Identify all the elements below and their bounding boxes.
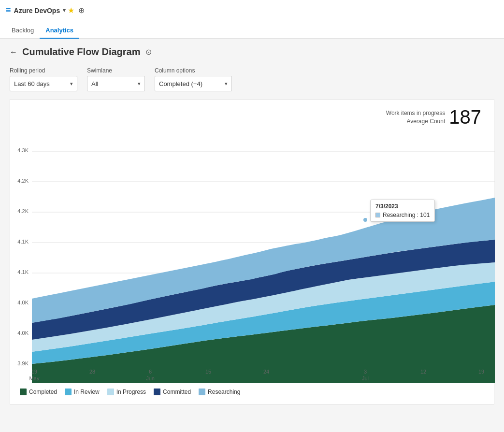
chevron-down-icon: ▾ (70, 81, 73, 87)
swimlane-select[interactable]: All ▾ (87, 76, 145, 91)
svg-text:4.1K: 4.1K (17, 239, 29, 245)
svg-text:19: 19 (478, 369, 484, 374)
column-options-select[interactable]: Completed (+4) ▾ (155, 76, 232, 91)
swimlane-label: Swimlane (87, 67, 145, 74)
swimlane-filter: Swimlane All ▾ (87, 67, 145, 91)
svg-text:Jun: Jun (146, 375, 155, 381)
legend-color-in-review (65, 389, 72, 395)
rolling-period-filter: Rolling period Last 60 days ▾ (10, 67, 77, 91)
page-title: Cumulative Flow Diagram (22, 46, 141, 58)
legend-label-in-review: In Review (74, 389, 100, 395)
legend-label-researching: Researching (208, 389, 240, 395)
svg-text:6: 6 (149, 369, 152, 374)
rolling-period-label: Rolling period (10, 67, 77, 74)
chevron-down-icon[interactable]: ▾ (63, 7, 66, 14)
header-icons: ★ ⊕ (68, 6, 85, 15)
help-icon[interactable]: ⊙ (145, 47, 152, 57)
svg-text:May: May (29, 375, 40, 381)
legend-label-committed: Committed (163, 389, 191, 395)
legend-item-in-review: In Review (65, 389, 100, 395)
svg-text:3.9K: 3.9K (17, 360, 29, 366)
svg-text:3: 3 (364, 369, 367, 374)
nav-tabs: Backlog Analytics (0, 21, 504, 39)
svg-text:4.0K: 4.0K (17, 330, 29, 336)
page-content: ← Cumulative Flow Diagram ⊙ Rolling peri… (0, 39, 504, 432)
app-logo: ≡ Azure DevOps ▾ (6, 5, 66, 15)
column-options-value: Completed (+4) (159, 80, 202, 87)
chart-container: Work items in progress Average Count 187… (10, 99, 494, 404)
legend-item-completed: Completed (20, 389, 57, 395)
chevron-down-icon: ▾ (225, 81, 228, 87)
svg-text:4.3K: 4.3K (17, 147, 29, 153)
app-header: ≡ Azure DevOps ▾ ★ ⊕ (0, 0, 504, 21)
tooltip-dot (363, 217, 368, 222)
star-icon[interactable]: ★ (68, 6, 74, 15)
legend-label-in-progress: In Progress (116, 389, 146, 395)
stat-number: 187 (449, 106, 481, 128)
legend-color-in-progress (107, 389, 114, 395)
legend-item-researching: Researching (199, 389, 240, 395)
svg-text:4.0K: 4.0K (17, 300, 29, 305)
column-options-filter: Column options Completed (+4) ▾ (155, 67, 232, 91)
legend-color-researching (199, 389, 205, 395)
svg-text:4.2K: 4.2K (17, 178, 29, 184)
svg-text:28: 28 (89, 369, 95, 374)
filters-row: Rolling period Last 60 days ▾ Swimlane A… (10, 67, 494, 91)
stat-area: Work items in progress Average Count 187 (10, 104, 489, 132)
legend-label-completed: Completed (29, 389, 57, 395)
tab-analytics[interactable]: Analytics (40, 23, 79, 39)
svg-text:24: 24 (263, 369, 269, 374)
chart-svg-wrapper: 4.3K 4.2K 4.2K 4.1K 4.1K 4.0K 4.0K 3.9K (10, 132, 489, 385)
back-button[interactable]: ← (10, 48, 17, 57)
person-icon[interactable]: ⊕ (78, 6, 85, 15)
svg-text:15: 15 (205, 369, 211, 374)
legend-color-completed (20, 389, 27, 395)
rolling-period-select[interactable]: Last 60 days ▾ (10, 76, 77, 91)
tab-backlog[interactable]: Backlog (6, 23, 40, 39)
cumulative-flow-chart: 4.3K 4.2K 4.2K 4.1K 4.1K 4.0K 4.0K 3.9K (10, 132, 495, 383)
page-header: ← Cumulative Flow Diagram ⊙ (10, 46, 494, 58)
stat-label: Work items in progress Average Count (386, 109, 445, 126)
app-title: Azure DevOps (14, 7, 60, 14)
legend-item-in-progress: In Progress (107, 389, 146, 395)
legend-color-committed (154, 389, 160, 395)
chevron-down-icon: ▾ (138, 81, 141, 87)
legend-item-committed: Committed (154, 389, 191, 395)
svg-text:4.1K: 4.1K (17, 269, 29, 275)
swimlane-value: All (91, 80, 98, 87)
column-options-label: Column options (155, 67, 232, 74)
rolling-period-value: Last 60 days (14, 80, 50, 87)
chart-legend: Completed In Review In Progress Committe… (10, 385, 489, 399)
svg-text:19: 19 (31, 369, 37, 374)
logo-icon: ≡ (6, 5, 11, 15)
svg-text:4.2K: 4.2K (17, 208, 29, 214)
svg-text:Jul: Jul (362, 375, 369, 381)
svg-text:12: 12 (420, 369, 426, 374)
